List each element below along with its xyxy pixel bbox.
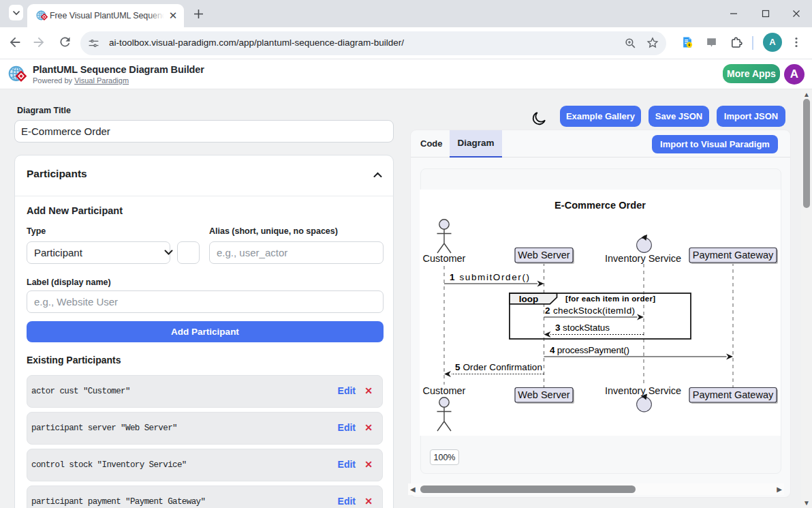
svg-text:Customer: Customer (423, 385, 466, 396)
svg-text:Inventory Service: Inventory Service (605, 385, 681, 396)
svg-text:loop: loop (519, 294, 539, 304)
svg-text:E-Commerce Order: E-Commerce Order (555, 200, 646, 211)
svg-text:5 Order Confirmation: 5 Order Confirmation (455, 362, 542, 372)
svg-text:Payment Gateway: Payment Gateway (693, 250, 774, 260)
svg-text:Web Server: Web Server (518, 250, 569, 260)
svg-text:4 processPayment(): 4 processPayment() (550, 345, 629, 355)
svg-text:Web Server: Web Server (518, 389, 569, 400)
svg-text:2 checkStock(itemId): 2 checkStock(itemId) (545, 305, 635, 316)
svg-text:Inventory Service: Inventory Service (605, 253, 681, 264)
svg-text:Payment Gateway: Payment Gateway (693, 389, 774, 400)
svg-text:[for each item in order]: [for each item in order] (565, 295, 655, 303)
svg-text:Customer: Customer (423, 253, 466, 264)
svg-text:3 stockStatus: 3 stockStatus (555, 323, 610, 333)
svg-text:1 submitOrder(): 1 submitOrder() (450, 272, 529, 282)
